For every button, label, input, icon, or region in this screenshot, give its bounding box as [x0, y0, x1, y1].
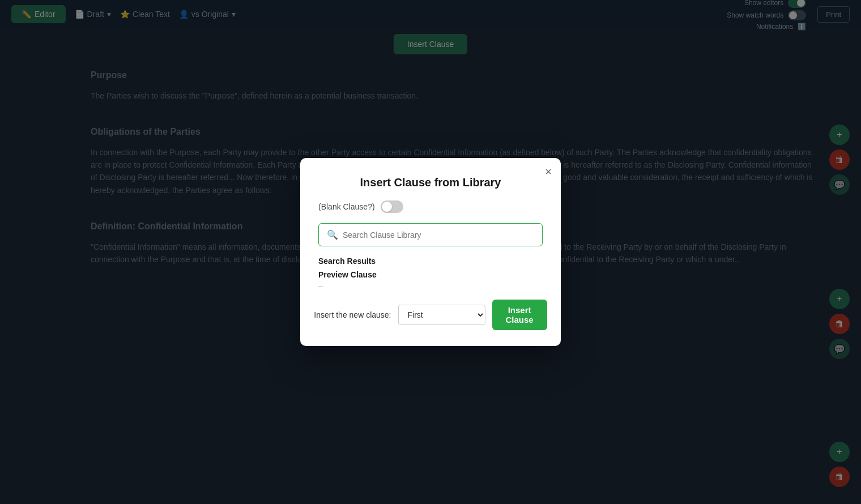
modal-title: Insert Clause from Library [318, 176, 543, 189]
position-select[interactable]: First Last Before Current After Current [398, 305, 485, 325]
preview-clause-label: Preview Clause [318, 270, 543, 279]
blank-clause-toggle-knob [382, 202, 392, 212]
blank-clause-toggle[interactable] [381, 200, 403, 213]
insert-label: Insert the new clause: [314, 310, 391, 319]
blank-clause-row: (Blank Clause?) [318, 200, 543, 213]
insert-row: Insert the new clause: First Last Before… [318, 300, 543, 330]
blank-clause-label: (Blank Clause?) [318, 202, 375, 211]
search-results-label: Search Results [318, 257, 543, 266]
modal-close-button[interactable]: × [545, 166, 552, 177]
modal-insert-clause: × Insert Clause from Library (Blank Clau… [300, 158, 561, 346]
modal-overlay: × Insert Clause from Library (Blank Clau… [0, 0, 861, 504]
search-icon: 🔍 [327, 229, 338, 240]
insert-clause-modal-button[interactable]: Insert Clause [492, 300, 547, 330]
search-input[interactable] [343, 230, 534, 240]
search-box: 🔍 [318, 223, 543, 246]
preview-dash: – [318, 281, 543, 291]
